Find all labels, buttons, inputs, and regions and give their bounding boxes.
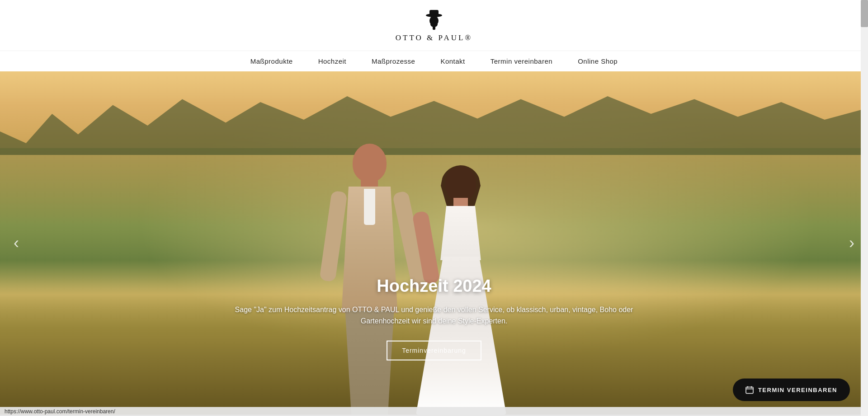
svg-rect-5 <box>746 387 753 393</box>
nav-item-kontakt[interactable]: Kontakt <box>440 57 465 65</box>
statusbar: https://www.otto-paul.com/termin-vereinb… <box>0 407 868 415</box>
nav-item-termin[interactable]: Termin vereinbaren <box>491 57 552 65</box>
nav-item-massprozesse[interactable]: Maßprozesse <box>372 57 415 65</box>
header: OTTO & PAUL® Maßprodukte Hochzeit Maßpro… <box>0 0 868 71</box>
hero-slider: Hochzeit 2024 Sage "Ja" zum Hochzeitsant… <box>0 71 868 415</box>
hero-content: Hochzeit 2024 Sage "Ja" zum Hochzeitsant… <box>231 276 637 360</box>
statusbar-url: https://www.otto-paul.com/termin-vereinb… <box>5 408 115 415</box>
groom-figure <box>321 135 420 415</box>
svg-rect-4 <box>433 26 435 30</box>
slider-prev-button[interactable]: ‹ <box>5 230 28 256</box>
scrollbar[interactable] <box>861 0 868 415</box>
hero-title: Hochzeit 2024 <box>231 276 637 296</box>
nav-item-online-shop[interactable]: Online Shop <box>578 57 618 65</box>
calendar-icon <box>745 386 754 394</box>
logo-area: OTTO & PAUL® <box>396 8 473 42</box>
nav-item-hochzeit[interactable]: Hochzeit <box>318 57 346 65</box>
slider-next-button[interactable]: › <box>840 230 863 256</box>
termin-fab-label: TERMIN VEREINBAREN <box>758 387 837 393</box>
svg-rect-1 <box>429 10 439 16</box>
scrollbar-thumb[interactable] <box>861 0 868 27</box>
hero-subtitle: Sage "Ja" zum Hochzeitsantrag von OTTO &… <box>231 304 637 327</box>
termin-fab-button[interactable]: TERMIN VEREINBAREN <box>733 379 850 401</box>
logo-text: OTTO & PAUL® <box>396 33 473 42</box>
main-nav: Maßprodukte Hochzeit Maßprozesse Kontakt… <box>0 51 868 71</box>
nav-item-massprodukte[interactable]: Maßprodukte <box>250 57 293 65</box>
hero-cta-button[interactable]: Terminvereinbarung <box>387 341 481 360</box>
logo-icon <box>422 8 446 32</box>
